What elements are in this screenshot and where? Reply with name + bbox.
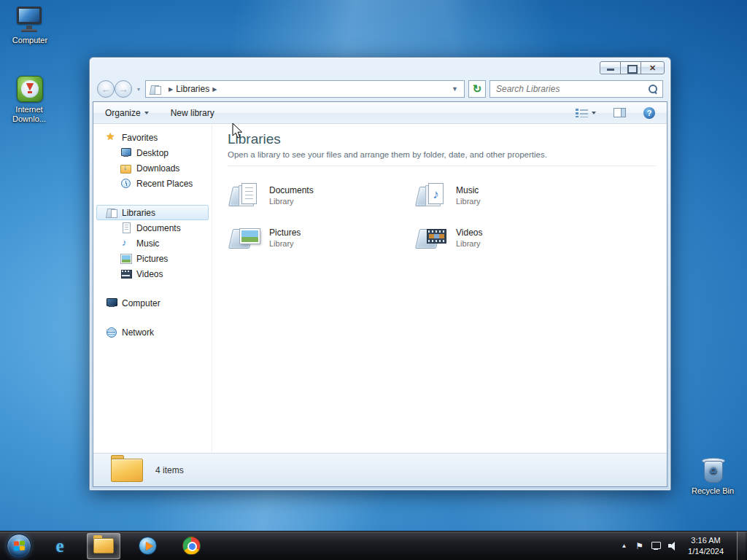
library-item-type: Library xyxy=(456,197,481,206)
action-center-icon[interactable]: ⚑ xyxy=(635,542,643,551)
sidebar-item-documents[interactable]: Documents xyxy=(96,220,209,236)
library-item-videos[interactable]: Videos Library xyxy=(414,222,586,254)
desktop-icon-idm[interactable]: Internet Downlo... xyxy=(5,75,53,123)
library-item-name: Pictures xyxy=(269,228,301,238)
music-page: ♪ xyxy=(428,183,444,204)
toolbar-right-group: ? xyxy=(571,104,659,122)
videos-library-icon xyxy=(416,223,449,252)
explorer-folder-icon xyxy=(93,538,114,553)
search-input[interactable] xyxy=(495,83,645,95)
library-item-type: Library xyxy=(456,239,482,248)
help-icon: ? xyxy=(643,107,655,119)
sidebar-item-videos[interactable]: Videos xyxy=(96,266,209,281)
organize-label: Organize xyxy=(105,108,141,118)
sidebar-item-label: Recent Places xyxy=(136,179,193,189)
start-button[interactable] xyxy=(7,534,31,559)
documents-icon xyxy=(120,222,133,233)
show-desktop-button[interactable] xyxy=(737,532,746,560)
network-icon xyxy=(106,327,118,338)
address-bar[interactable]: ▶ Libraries ▶ ▼ xyxy=(145,80,465,98)
back-button[interactable]: ← xyxy=(97,80,115,98)
refresh-button[interactable]: ↻ xyxy=(468,80,486,98)
history-dropdown-icon[interactable]: ▾ xyxy=(137,86,140,93)
sidebar-item-recent-places[interactable]: Recent Places xyxy=(96,176,209,191)
library-item-text: Pictures Library xyxy=(269,228,301,248)
library-item-music[interactable]: ♪ Music Library xyxy=(414,179,586,211)
explorer-window: ← → ▾ ▶ Libraries ▶ ▼ ↻ Organize xyxy=(89,57,671,491)
sidebar-item-downloads[interactable]: Downloads xyxy=(96,160,209,176)
maximize-button[interactable] xyxy=(620,61,641,74)
volume-icon[interactable] xyxy=(668,541,678,551)
sidebar-item-music[interactable]: Music xyxy=(96,236,209,251)
navigation-bar: ← → ▾ ▶ Libraries ▶ ▼ ↻ xyxy=(90,77,670,101)
forward-button[interactable]: → xyxy=(115,80,132,98)
search-box[interactable] xyxy=(489,80,663,98)
music-icon xyxy=(120,238,133,249)
taskbar-clock[interactable]: 3:16 AM 1/14/2024 xyxy=(688,535,724,557)
search-icon[interactable] xyxy=(648,84,658,94)
taskbar-item-explorer[interactable] xyxy=(87,533,120,559)
details-pane: 4 items xyxy=(93,453,667,486)
sidebar-item-desktop[interactable]: Desktop xyxy=(96,145,209,160)
desktop-icon-computer[interactable]: Computer xyxy=(6,6,54,45)
preview-pane-icon xyxy=(614,108,626,117)
new-library-button[interactable]: New library xyxy=(166,105,219,121)
taskbar-item-media-player[interactable] xyxy=(131,533,164,559)
tray-expand-icon[interactable]: ▲ xyxy=(619,542,628,549)
desktop-icon xyxy=(120,147,133,158)
sidebar-item-pictures[interactable]: Pictures xyxy=(96,251,209,266)
network-status-icon[interactable] xyxy=(651,541,661,551)
sidebar-item-label: Desktop xyxy=(136,148,169,158)
windows-logo-icon xyxy=(14,540,25,551)
filmstrip-thumbnail xyxy=(427,229,446,244)
folder-icon xyxy=(111,459,143,482)
views-icon xyxy=(576,108,588,117)
document-page xyxy=(241,183,257,204)
system-tray: ▲ ⚑ 3:16 AM 1/14/2024 xyxy=(619,532,747,560)
clock-date: 1/14/2024 xyxy=(688,546,724,557)
close-button[interactable] xyxy=(640,61,665,74)
sidebar-item-label: Downloads xyxy=(136,163,179,174)
address-dropdown-icon[interactable]: ▼ xyxy=(449,85,460,93)
library-item-text: Videos Library xyxy=(456,228,482,248)
sidebar-item-favorites[interactable]: Favorites xyxy=(96,130,209,145)
monitor-base xyxy=(21,29,37,32)
new-library-label: New library xyxy=(171,108,214,118)
sidebar-item-label: Pictures xyxy=(136,254,168,264)
preview-pane-button[interactable] xyxy=(609,105,630,120)
library-item-text: Music Library xyxy=(456,185,481,206)
sidebar-spacer xyxy=(96,311,209,324)
sidebar-item-network[interactable]: Network xyxy=(96,324,209,340)
library-item-text: Documents Library xyxy=(269,185,314,206)
breadcrumb-chevron-icon[interactable]: ▶ xyxy=(212,86,217,93)
videos-icon xyxy=(120,268,133,279)
library-item-documents[interactable]: Documents Library xyxy=(228,179,399,211)
library-item-pictures[interactable]: Pictures Library xyxy=(228,222,399,254)
idm-icon xyxy=(13,75,45,103)
window-titlebar[interactable] xyxy=(90,58,670,77)
breadcrumb-item[interactable]: Libraries xyxy=(176,84,209,94)
sidebar-item-computer[interactable]: Computer xyxy=(96,295,209,311)
recent-places-icon xyxy=(120,178,133,189)
desktop-icon-recycle-bin[interactable]: ♻ Recycle Bin xyxy=(689,456,737,496)
taskbar-item-chrome[interactable] xyxy=(174,533,208,559)
downloads-icon xyxy=(120,163,133,174)
window-frame: Organize New library ? xyxy=(93,101,667,487)
sidebar-item-label: Music xyxy=(136,238,159,249)
organize-button[interactable]: Organize xyxy=(101,105,153,121)
sidebar-item-libraries[interactable]: Libraries xyxy=(96,205,209,220)
sidebar-item-label: Network xyxy=(122,327,154,338)
minimize-button[interactable] xyxy=(600,61,621,74)
breadcrumb-chevron-icon[interactable]: ▶ xyxy=(169,86,173,93)
change-view-button[interactable] xyxy=(571,105,600,120)
help-button[interactable]: ? xyxy=(639,104,659,122)
clock-time: 3:16 AM xyxy=(688,535,724,546)
page-subtitle: Open a library to see your files and arr… xyxy=(228,150,657,166)
idm-arrow xyxy=(26,83,34,90)
sidebar-item-label: Favorites xyxy=(122,133,158,143)
recycle-bin-icon: ♻ xyxy=(697,456,729,484)
taskbar-icons: e xyxy=(43,533,208,559)
libraries-icon xyxy=(150,84,162,95)
sidebar-item-label: Computer xyxy=(122,298,160,308)
taskbar-item-internet-explorer[interactable]: e xyxy=(43,533,77,559)
